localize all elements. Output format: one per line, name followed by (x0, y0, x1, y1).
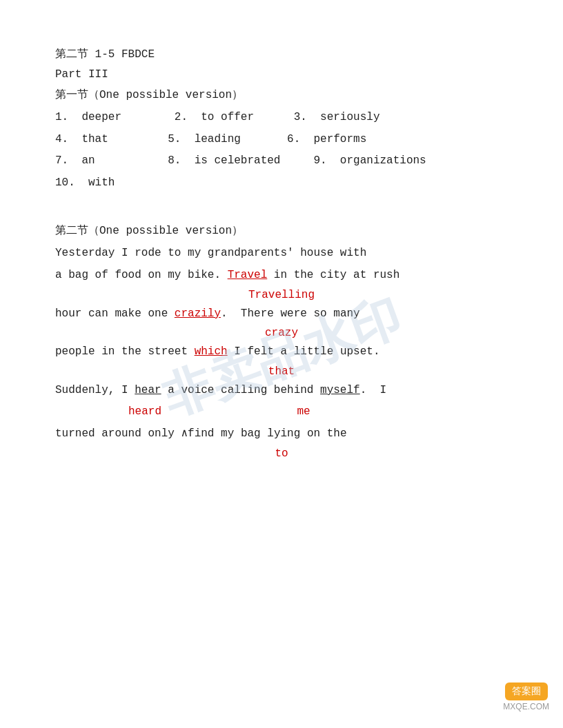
correction2-text: crazy (265, 327, 298, 339)
page: 非卖品水印 第二节 1-5 FBDCE Part III 第一节（One pos… (0, 0, 563, 728)
answers-row-4: 10. with (55, 174, 508, 192)
section2-header-text: 第二节 1-5 FBDCE (55, 48, 155, 61)
num4: 4. that 5. leading 6. performs (55, 133, 366, 145)
answers-row-3: 7. an 8. is celebrated 9. organizations (55, 152, 508, 170)
part3-title: Part III (55, 68, 508, 81)
para-line5-middle: a voice calling behind (161, 384, 320, 396)
para-line5: Suddenly, I hear a voice calling behind … (55, 382, 508, 400)
subsection1-title: 第一节（One possible version） (55, 88, 508, 102)
para-line2: a bag of food on my bike. Travel in the … (55, 267, 508, 285)
para-line6-text: turned around only ∧find my bag lying on… (55, 427, 347, 440)
correction3-line: that (55, 365, 508, 378)
answers-row-1: 1. deeper 2. to offer 3. seriously (55, 109, 508, 127)
correction4-heard: heard (128, 405, 161, 418)
subsection1-label: 第一节（One possible version） (55, 89, 243, 101)
para-line3: hour can make one crazily. There were so… (55, 305, 508, 323)
para-line1-text: Yesterday I rode to my grandparents' hou… (55, 247, 366, 259)
para-line3-suffix: . There were so many (221, 307, 360, 320)
para-line5-suffix: . I (360, 384, 386, 396)
logo-icon: 答案圈 (505, 682, 548, 700)
correction4-line: heard me (55, 403, 508, 421)
num10: 10. with (55, 176, 115, 189)
correction1-line: Travelling (55, 289, 508, 301)
logo-url: MXQE.COM (503, 702, 549, 711)
hear-word: hear (135, 384, 161, 396)
myself-word: myself (320, 384, 360, 396)
para-line4-prefix: people in the street (55, 345, 195, 358)
para-line2-prefix: a bag of food on my bike. (55, 269, 228, 281)
correction1-text: Travelling (248, 289, 315, 301)
correction5-line: to (55, 447, 508, 460)
para-line5-prefix: Suddenly, I (55, 384, 135, 396)
section2-header: 第二节 1-5 FBDCE (55, 47, 508, 61)
which-word: which (195, 345, 228, 358)
subsection2-label: 第二节（One possible version） (55, 225, 243, 237)
correction4-me: me (297, 405, 310, 418)
para-line4-suffix: I felt a little upset. (228, 345, 380, 358)
subsection2-title: 第二节（One possible version） (55, 223, 508, 238)
part3-label: Part III (55, 68, 108, 81)
num1: 1. deeper 2. to offer 3. seriously (55, 111, 379, 123)
correction5-text: to (275, 447, 288, 460)
crazily-word: crazily (175, 307, 221, 320)
para-line6: turned around only ∧find my bag lying on… (55, 425, 508, 443)
travel-word: Travel (228, 269, 268, 281)
num7: 7. an 8. is celebrated 9. organizations (55, 154, 426, 167)
para-line3-prefix: hour can make one (55, 307, 175, 320)
para-line1: Yesterday I rode to my grandparents' hou… (55, 245, 508, 263)
para-line2-suffix: in the city at rush (267, 269, 399, 281)
logo-area: 答案圈 MXQE.COM (503, 682, 549, 711)
para-line4: people in the street which I felt a litt… (55, 343, 508, 361)
correction3-text: that (268, 365, 295, 378)
answers-row-2: 4. that 5. leading 6. performs (55, 131, 508, 149)
correction2-line: crazy (55, 327, 508, 339)
